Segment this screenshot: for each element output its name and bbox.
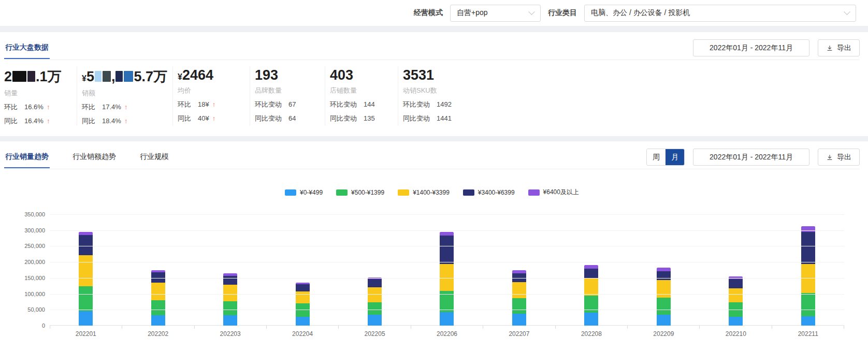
legend-item-4[interactable]: ¥3400-¥6399 bbox=[463, 189, 515, 196]
tab-overview-data[interactable]: 行业大盘数据 bbox=[4, 40, 50, 59]
bar-segment bbox=[512, 282, 526, 298]
compare-value: 1492 bbox=[437, 100, 452, 108]
bar-slot bbox=[266, 214, 338, 326]
bar-segment bbox=[657, 268, 671, 271]
bar-segment bbox=[657, 298, 671, 315]
stacked-bar-202209[interactable] bbox=[657, 268, 671, 326]
tab-trend-2[interactable]: 行业销额趋势 bbox=[71, 149, 117, 168]
bar-segment bbox=[151, 315, 165, 326]
stacked-bar-202208[interactable] bbox=[584, 265, 598, 326]
bar-segment bbox=[223, 276, 237, 285]
bar-segment bbox=[801, 232, 815, 265]
tick bbox=[628, 326, 700, 329]
trend-export-button[interactable]: 导出 bbox=[818, 149, 860, 166]
bar-slot bbox=[772, 214, 844, 326]
metric-value: ¥2464 bbox=[178, 67, 244, 83]
legend-item-3[interactable]: ¥1400-¥3399 bbox=[398, 189, 450, 196]
bar-segment bbox=[223, 315, 237, 326]
redaction-box bbox=[124, 71, 133, 82]
stacked-bar-202205[interactable] bbox=[368, 277, 382, 326]
chart-plot-area: 350,000300,000250,000200,000150,000100,0… bbox=[50, 214, 844, 326]
bar-segment bbox=[440, 232, 454, 236]
overview-date-range-button[interactable]: 2022年01月 - 2022年11月 bbox=[693, 39, 809, 56]
stacked-bar-202207[interactable] bbox=[512, 270, 526, 326]
category-select-value: 电脑、办公 / 办公设备 / 投影机 bbox=[591, 8, 690, 18]
period-week-button[interactable]: 周 bbox=[647, 149, 666, 165]
metric-compare-row: 同比40¥↑ bbox=[178, 114, 244, 123]
compare-value: 135 bbox=[364, 114, 375, 122]
bar-segment bbox=[79, 286, 93, 311]
bar-segment bbox=[296, 284, 310, 291]
period-month-button[interactable]: 月 bbox=[666, 149, 684, 165]
y-axis-tick-label: 100,000 bbox=[14, 291, 45, 297]
trend-export-label: 导出 bbox=[837, 153, 851, 162]
mode-label: 经营模式 bbox=[414, 8, 443, 18]
legend-item-5[interactable]: ¥6400及以上 bbox=[528, 188, 579, 197]
metric-compare-row: 同比变动135 bbox=[330, 114, 393, 123]
legend-label: ¥1400-¥3399 bbox=[413, 189, 450, 196]
x-axis-tick-label: 202205 bbox=[339, 330, 411, 338]
tick bbox=[483, 326, 555, 329]
x-axis-tick-label: 202209 bbox=[628, 330, 700, 338]
legend-swatch bbox=[463, 189, 474, 196]
tab-trend-1[interactable]: 行业销量趋势 bbox=[4, 149, 50, 168]
x-axis-tick-label: 202210 bbox=[700, 330, 772, 338]
x-axis-tick-label: 202208 bbox=[555, 330, 627, 338]
up-arrow-icon: ↑ bbox=[212, 114, 216, 122]
legend-item-1[interactable]: ¥0-¥499 bbox=[285, 189, 323, 196]
trend-date-range-button[interactable]: 2022年01月 - 2022年11月 bbox=[693, 149, 809, 166]
redaction-box bbox=[103, 71, 111, 82]
bar-segment bbox=[584, 265, 598, 269]
overview-card: 行业大盘数据 2022年01月 - 2022年11月 导出 2.1万销量环比16… bbox=[0, 32, 868, 136]
divider bbox=[4, 169, 860, 169]
bar-slot bbox=[411, 214, 483, 326]
y-axis-tick-label: 300,000 bbox=[14, 227, 45, 233]
redaction-box bbox=[12, 71, 26, 82]
metric-label: 均价 bbox=[178, 86, 244, 95]
category-label: 行业类目 bbox=[548, 8, 577, 18]
bar-segment bbox=[368, 302, 382, 315]
up-arrow-icon: ↑ bbox=[124, 117, 128, 125]
compare-value: 1441 bbox=[437, 114, 452, 122]
stacked-bar-202210[interactable] bbox=[729, 276, 743, 326]
bar-segment bbox=[79, 235, 93, 255]
trend-tabs: 行业销量趋势行业销额趋势行业规模 bbox=[4, 149, 170, 168]
compare-value: 144 bbox=[364, 100, 375, 108]
stacked-bar-202203[interactable] bbox=[223, 273, 237, 326]
gridline bbox=[50, 294, 844, 295]
stacked-bar-202204[interactable] bbox=[296, 283, 310, 326]
overview-export-button[interactable]: 导出 bbox=[818, 39, 860, 56]
chart-legend: ¥0-¥499¥500-¥1399¥1400-¥3399¥3400-¥6399¥… bbox=[4, 188, 860, 197]
tick bbox=[195, 326, 267, 329]
up-arrow-icon: ↑ bbox=[212, 100, 216, 108]
bar-segment bbox=[801, 264, 815, 293]
tick bbox=[700, 326, 772, 329]
bar-segment bbox=[657, 280, 671, 298]
category-select[interactable]: 电脑、办公 / 办公设备 / 投影机 bbox=[584, 5, 856, 22]
trend-date-range-text: 2022年01月 - 2022年11月 bbox=[710, 153, 793, 162]
gridline bbox=[50, 214, 844, 215]
legend-item-2[interactable]: ¥500-¥1399 bbox=[336, 189, 384, 196]
bar-segment bbox=[151, 283, 165, 300]
legend-label: ¥500-¥1399 bbox=[351, 189, 384, 196]
filter-bar: 经营模式 自营+pop 行业类目 电脑、办公 / 办公设备 / 投影机 bbox=[0, 0, 868, 26]
redaction-box bbox=[95, 71, 102, 82]
x-axis-tick-label: 202207 bbox=[483, 330, 555, 338]
bar-segment bbox=[729, 288, 743, 302]
y-axis-tick-label: 350,000 bbox=[14, 211, 45, 217]
bar-segment bbox=[657, 315, 671, 326]
compare-key: 同比 bbox=[4, 117, 18, 125]
metric-label: 动销SKU数 bbox=[403, 86, 497, 95]
x-axis-tick-label: 202203 bbox=[194, 330, 266, 338]
y-axis-tick-label: 150,000 bbox=[14, 275, 45, 281]
legend-swatch bbox=[285, 189, 296, 196]
bar-segment bbox=[368, 315, 382, 326]
bar-segment bbox=[440, 312, 454, 326]
tab-trend-3[interactable]: 行业规模 bbox=[139, 149, 170, 168]
download-icon bbox=[826, 154, 833, 161]
mode-select[interactable]: 自营+pop bbox=[450, 5, 541, 22]
stacked-bar-202211[interactable] bbox=[801, 226, 815, 326]
legend-swatch bbox=[336, 189, 348, 196]
x-axis-tick-label: 202201 bbox=[50, 330, 122, 338]
overview-date-range-text: 2022年01月 - 2022年11月 bbox=[710, 43, 793, 53]
